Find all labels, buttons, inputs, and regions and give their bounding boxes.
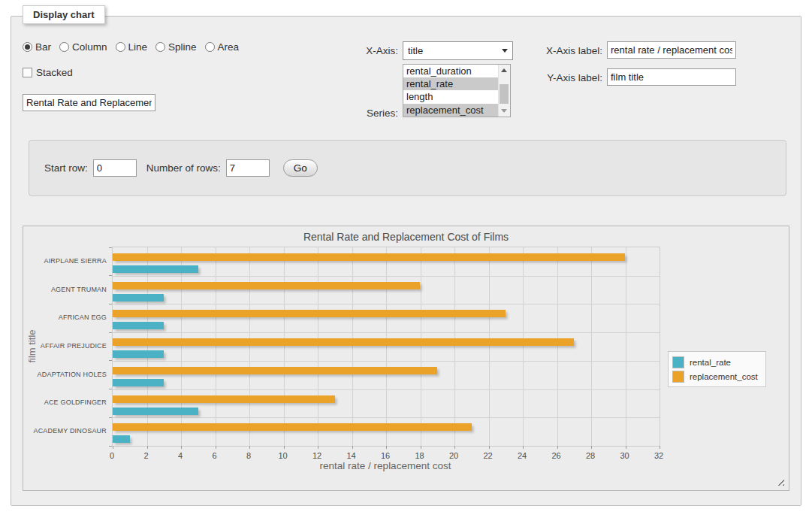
x-tick-label: 10 xyxy=(272,451,294,460)
chart-type-option-column[interactable]: Column xyxy=(59,41,107,53)
legend-entry-replacement_cost: replacement_cost xyxy=(672,369,758,383)
y-axis-label-caption: Y-Axis label: xyxy=(518,72,602,83)
stacked-checkbox-row[interactable]: Stacked xyxy=(23,67,73,78)
series-list-label: Series: xyxy=(323,108,398,119)
gridline-horizontal xyxy=(113,304,660,304)
start-row-input[interactable] xyxy=(93,159,137,177)
y-axis-title: film title xyxy=(26,309,38,384)
radio-bar[interactable] xyxy=(23,42,32,52)
start-row-label: Start row: xyxy=(44,162,88,174)
y-tick-mark xyxy=(109,304,112,304)
gridline-vertical xyxy=(421,247,421,446)
chart-type-option-spline[interactable]: Spline xyxy=(155,41,197,53)
bar-rental_rate xyxy=(113,379,164,386)
x-tick-mark xyxy=(113,446,113,449)
bar-rental_rate xyxy=(113,407,198,415)
gridline-horizontal xyxy=(113,361,660,362)
x-axis-label-input[interactable] xyxy=(607,41,736,59)
chart-title-input[interactable] xyxy=(23,94,155,111)
plot-area: AIRPLANE SIERRAAGENT TRUMANAFRICAN EGGAF… xyxy=(112,247,660,447)
scrollbar-thumb[interactable] xyxy=(500,84,509,104)
legend-label: rental_rate xyxy=(690,358,731,367)
gridline-vertical xyxy=(147,247,148,446)
bar-rental_rate xyxy=(113,435,130,443)
gridline-vertical xyxy=(591,247,592,446)
x-tick-mark xyxy=(318,446,318,449)
chart-legend: rental_ratereplacement_cost xyxy=(668,351,766,387)
x-tick-mark xyxy=(249,446,250,449)
x-tick-mark xyxy=(352,446,353,449)
gridline-vertical xyxy=(489,247,490,446)
resize-handle-icon[interactable] xyxy=(776,477,784,486)
legend-label: replacement_cost xyxy=(690,372,758,381)
scrollbar[interactable] xyxy=(498,65,510,117)
radio-spline[interactable] xyxy=(155,42,165,52)
radio-label-column: Column xyxy=(72,41,107,53)
chevron-down-icon xyxy=(502,49,508,53)
x-tick-label: 20 xyxy=(442,451,465,460)
radio-line[interactable] xyxy=(116,42,125,52)
stacked-checkbox[interactable] xyxy=(23,68,32,77)
category-label: ACADEMY DINOSAUR xyxy=(21,427,107,435)
x-tick-label: 2 xyxy=(135,451,158,460)
series-option-length[interactable]: length xyxy=(403,90,498,103)
x-tick-label: 32 xyxy=(647,451,670,460)
chart-type-option-line[interactable]: Line xyxy=(116,41,148,53)
x-tick-mark xyxy=(421,446,421,449)
chart-type-option-area[interactable]: Area xyxy=(205,41,240,53)
x-tick-mark xyxy=(147,446,148,449)
gridline-vertical xyxy=(523,247,524,446)
x-tick-mark xyxy=(454,446,455,449)
radio-column[interactable] xyxy=(59,42,69,52)
chart-title: Rental Rate and Replacement Cost of Film… xyxy=(23,231,789,243)
num-rows-input[interactable] xyxy=(226,159,270,177)
gridline-vertical xyxy=(352,247,353,446)
y-axis-label-input[interactable] xyxy=(607,68,736,86)
x-axis-select-label: X-Axis: xyxy=(323,45,398,56)
scroll-up-icon[interactable] xyxy=(501,68,507,72)
y-tick-mark xyxy=(109,275,112,276)
x-tick-mark xyxy=(489,446,490,449)
x-axis-label-caption: X-Axis label: xyxy=(518,45,602,56)
radio-label-line: Line xyxy=(128,41,148,53)
gridline-vertical xyxy=(626,247,626,446)
x-tick-mark xyxy=(557,446,558,449)
x-tick-label: 22 xyxy=(477,451,500,460)
x-tick-label: 28 xyxy=(579,451,602,460)
category-label: AIRPLANE SIERRA xyxy=(21,257,107,265)
radio-label-area: Area xyxy=(218,41,240,53)
gridline-vertical xyxy=(249,247,250,446)
radio-area[interactable] xyxy=(205,42,215,52)
x-tick-mark xyxy=(284,446,285,449)
y-tick-mark xyxy=(109,446,112,447)
x-axis-title: rental rate / replacement cost xyxy=(112,460,659,471)
x-tick-label: 4 xyxy=(169,451,192,460)
series-option-rental_duration[interactable]: rental_duration xyxy=(403,65,498,77)
y-tick-mark xyxy=(109,389,112,389)
series-multiselect[interactable]: rental_durationrental_ratelengthreplacem… xyxy=(403,64,511,117)
y-tick-mark xyxy=(109,247,112,248)
gridline-vertical xyxy=(454,247,455,446)
gridline-vertical xyxy=(318,247,318,446)
x-tick-label: 8 xyxy=(237,451,260,460)
radio-label-bar: Bar xyxy=(35,41,51,53)
gridline-horizontal xyxy=(113,417,660,418)
chart-type-option-bar[interactable]: Bar xyxy=(23,41,51,53)
series-options: rental_durationrental_ratelengthreplacem… xyxy=(403,65,498,117)
stacked-label: Stacked xyxy=(36,67,73,78)
scroll-down-icon[interactable] xyxy=(501,109,507,113)
y-tick-mark xyxy=(109,360,112,361)
go-button[interactable]: Go xyxy=(283,159,318,177)
legend-entry-rental_rate: rental_rate xyxy=(672,355,758,369)
series-option-replacement_cost[interactable]: replacement_cost xyxy=(403,104,498,117)
gridline-vertical xyxy=(557,247,558,446)
x-tick-label: 0 xyxy=(101,451,123,460)
series-option-rental_rate[interactable]: rental_rate xyxy=(403,77,498,90)
x-tick-mark xyxy=(591,446,592,449)
x-tick-mark xyxy=(626,446,626,449)
y-tick-mark xyxy=(109,417,112,418)
x-tick-mark xyxy=(181,446,182,449)
gridline-horizontal xyxy=(113,389,660,390)
x-axis-select[interactable]: title xyxy=(403,41,513,60)
num-rows-label: Number of rows: xyxy=(146,162,221,174)
